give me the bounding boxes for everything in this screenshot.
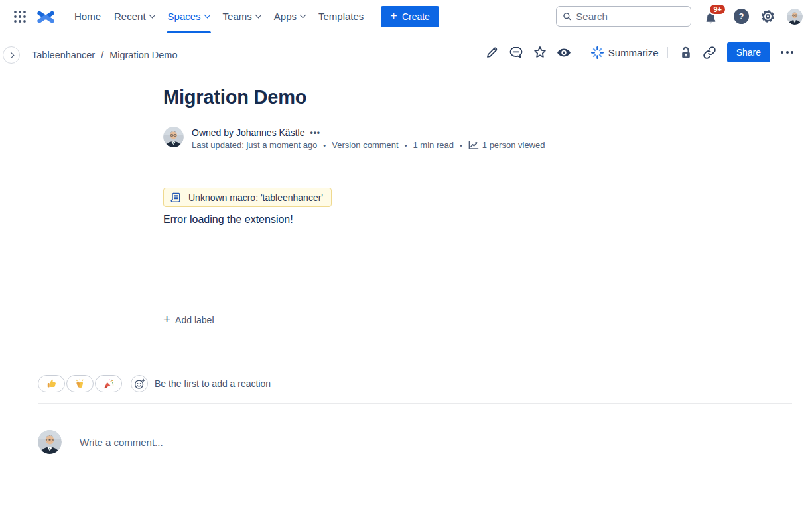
reaction-thumbs-up-button[interactable]	[38, 375, 65, 392]
comment-placeholder-text: Write a comment...	[80, 437, 163, 448]
add-label-button[interactable]: + Add label	[163, 314, 214, 325]
summarize-label: Summarize	[608, 47, 659, 58]
add-reaction-button[interactable]	[131, 375, 148, 392]
reactions-bar: Be the first to add a reaction	[38, 375, 792, 392]
more-dots-icon	[781, 51, 783, 54]
macro-warning-text: Unknown macro: 'tableenhancer'	[188, 192, 323, 203]
views-analytics-link[interactable]: 1 person viewed	[468, 140, 545, 150]
nav-item-templates[interactable]: Templates	[312, 0, 370, 33]
chevron-right-icon	[7, 52, 14, 58]
top-nav-right: 9+ ?	[556, 0, 803, 33]
app-switcher-button[interactable]	[9, 6, 31, 27]
footer-divider	[38, 403, 792, 404]
reaction-party-button[interactable]	[95, 375, 122, 392]
expand-sidebar-button[interactable]	[3, 46, 20, 64]
nav-item-spaces[interactable]: Spaces	[161, 0, 216, 33]
chevron-down-icon	[149, 12, 155, 19]
last-updated-text[interactable]: Last updated: just a moment ago	[192, 140, 317, 150]
chevron-down-icon	[255, 12, 261, 19]
watch-button[interactable]	[557, 45, 571, 60]
page-footer: Be the first to add a reaction Write a c…	[38, 375, 792, 454]
page-title: Migration Demo	[163, 86, 636, 108]
extension-error-text: Error loading the extension!	[163, 214, 636, 226]
breadcrumb-separator: /	[101, 50, 103, 60]
nav-item-apps[interactable]: Apps	[267, 0, 312, 33]
reaction-prompt-text: Be the first to add a reaction	[155, 378, 271, 389]
search-box[interactable]	[556, 6, 691, 27]
star-button[interactable]	[533, 45, 547, 60]
notifications-button[interactable]: 9+	[703, 0, 718, 33]
share-button[interactable]: Share	[727, 42, 770, 62]
settings-button[interactable]	[760, 9, 776, 24]
owned-by-text[interactable]: Owned by Johannes Kästle	[192, 127, 304, 138]
dot-separator: •	[323, 141, 326, 149]
confluence-page: Home Recent Spaces Teams Apps Templates	[0, 0, 812, 527]
dot-separator: •	[460, 141, 462, 149]
restrictions-button[interactable]	[679, 45, 693, 60]
search-input[interactable]	[576, 11, 685, 22]
share-button-label: Share	[736, 47, 761, 58]
version-comment-link[interactable]: Version comment	[332, 140, 398, 150]
byline-text: Owned by Johannes Kästle ••• Last update…	[192, 127, 545, 150]
nav-item-label: Templates	[318, 11, 364, 22]
notification-badge: 9+	[709, 3, 726, 15]
eye-icon	[557, 45, 571, 60]
star-icon	[533, 45, 547, 60]
views-count-text: 1 person viewed	[482, 140, 545, 150]
read-time-text: 1 min read	[413, 140, 454, 150]
byline-more-button[interactable]: •••	[310, 128, 320, 137]
create-button[interactable]: + Create	[381, 6, 439, 27]
avatar-image	[163, 127, 184, 147]
comment-composer[interactable]: Write a comment...	[38, 430, 792, 454]
page-actions: Summarize Share	[480, 42, 797, 62]
summarize-button[interactable]: Summarize	[591, 46, 659, 59]
create-button-label: Create	[402, 11, 430, 22]
nav-item-label: Recent	[114, 11, 146, 22]
nav-item-home[interactable]: Home	[68, 0, 107, 33]
nav-item-label: Home	[74, 11, 101, 22]
pencil-icon	[485, 46, 499, 60]
party-popper-icon	[103, 378, 114, 390]
analytics-chart-icon	[468, 141, 479, 150]
byline: Owned by Johannes Kästle ••• Last update…	[163, 127, 636, 150]
gear-icon	[760, 9, 776, 24]
copy-link-button[interactable]	[703, 45, 717, 60]
help-button[interactable]: ?	[734, 9, 749, 24]
actions-divider	[582, 47, 582, 58]
nav-item-label: Spaces	[168, 11, 201, 22]
breadcrumb-page-link[interactable]: Migration Demo	[109, 50, 177, 60]
top-navigation: Home Recent Spaces Teams Apps Templates	[0, 0, 812, 33]
unlocked-padlock-icon	[679, 46, 693, 60]
page-content: Migration Demo Owned by Johannes Kästle …	[163, 70, 636, 326]
avatar-image	[787, 9, 803, 25]
page-header-bar: Tableenhancer / Migration Demo	[0, 33, 812, 72]
avatar-image	[38, 430, 62, 454]
nav-item-recent[interactable]: Recent	[107, 0, 161, 33]
commenter-avatar	[38, 430, 62, 454]
search-icon	[563, 11, 571, 21]
unknown-macro-placeholder[interactable]: Unknown macro: 'tableenhancer'	[163, 188, 332, 207]
add-label-text: Add label	[175, 315, 214, 325]
comments-button[interactable]	[509, 45, 523, 60]
more-actions-button[interactable]	[777, 47, 797, 58]
comment-icon	[509, 45, 523, 60]
edit-button[interactable]	[485, 45, 500, 60]
dot-separator: •	[405, 141, 407, 149]
nav-item-label: Teams	[223, 11, 252, 22]
breadcrumb-space-link[interactable]: Tableenhancer	[32, 50, 95, 60]
grid-icon	[13, 9, 27, 24]
confluence-logo[interactable]	[36, 7, 56, 27]
reaction-clap-button[interactable]	[66, 375, 94, 392]
link-icon	[703, 46, 716, 60]
plus-icon: +	[163, 313, 170, 325]
chevron-down-icon	[300, 12, 306, 19]
macro-scroll-icon	[170, 192, 182, 203]
thumbs-up-icon	[46, 378, 57, 389]
actions-divider	[667, 47, 668, 58]
confluence-logo-icon	[36, 7, 55, 26]
nav-item-teams[interactable]: Teams	[216, 0, 267, 33]
question-mark-icon: ?	[739, 11, 744, 21]
clapping-hands-icon	[74, 378, 86, 390]
owner-avatar[interactable]	[163, 127, 184, 147]
user-avatar[interactable]	[787, 9, 803, 25]
